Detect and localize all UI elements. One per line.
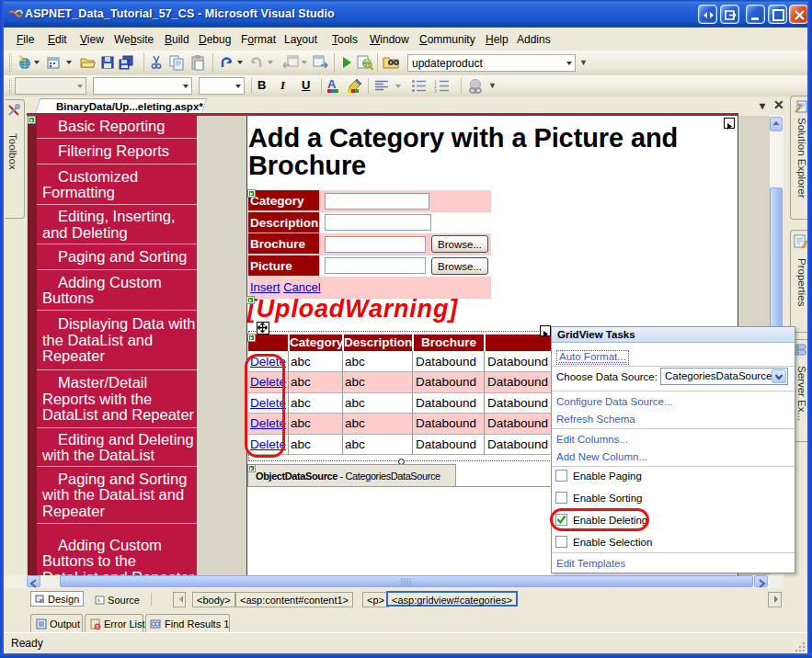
- svg-text:3: 3: [434, 88, 437, 93]
